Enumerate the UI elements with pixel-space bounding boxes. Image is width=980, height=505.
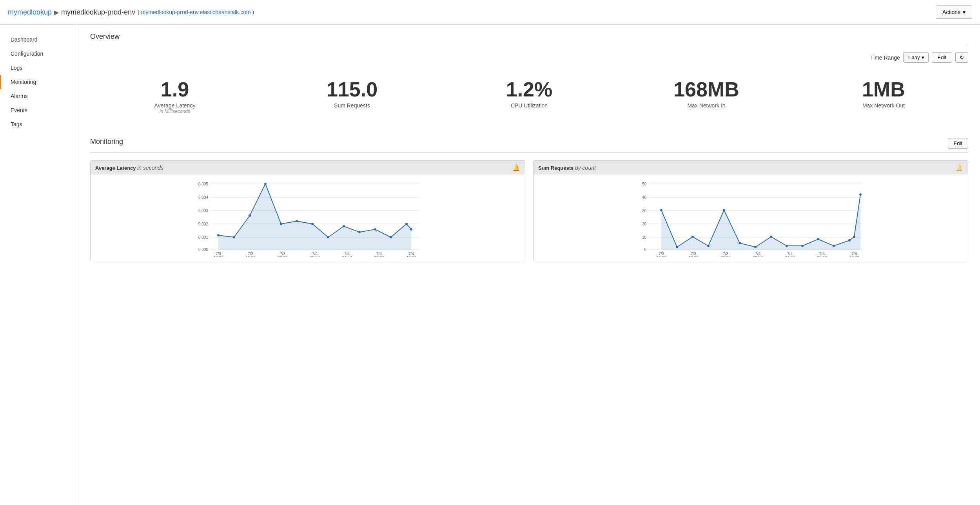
svg-text:10: 10 — [642, 235, 647, 240]
svg-text:16:07: 16:07 — [245, 256, 255, 257]
svg-point-34 — [311, 223, 314, 225]
svg-text:12:07: 12:07 — [406, 256, 416, 257]
breadcrumb-env-name: mymedlookup-prod-env — [61, 8, 135, 16]
stat-avg-latency: 1.9 Average Latency in Milliseconds — [90, 78, 260, 114]
svg-point-33 — [296, 220, 298, 222]
svg-point-72 — [691, 236, 694, 238]
sidebar-item-configuration[interactable]: Configuration — [0, 47, 78, 61]
svg-point-83 — [853, 236, 855, 238]
chart-avg-latency: Average Latency in seconds 🔔 0.005 0.004… — [90, 160, 525, 261]
actions-chevron-icon: ▾ — [963, 9, 965, 15]
svg-point-39 — [390, 236, 392, 238]
svg-point-36 — [343, 225, 345, 227]
svg-text:20:07: 20:07 — [278, 256, 287, 257]
svg-text:08:07: 08:07 — [374, 256, 384, 257]
svg-text:0.000: 0.000 — [198, 247, 208, 252]
time-range-select[interactable]: 1 day ▾ — [903, 52, 929, 63]
sidebar-item-dashboard[interactable]: Dashboard — [0, 33, 78, 47]
actions-button[interactable]: Actions ▾ — [936, 5, 972, 19]
chart-avg-latency-header: Average Latency in seconds 🔔 — [91, 161, 525, 174]
svg-point-84 — [859, 193, 862, 196]
svg-point-41 — [410, 228, 412, 231]
svg-point-79 — [801, 245, 804, 247]
stat-cpu-label: CPU Utilization — [445, 102, 614, 109]
chart-sum-requests-body: 50 40 30 20 10 0 — [534, 174, 968, 261]
overview-refresh-button[interactable]: ↻ — [955, 52, 968, 63]
header: mymedlookup ▶ mymedlookup-prod-env ( mym… — [0, 0, 980, 25]
svg-text:0.004: 0.004 — [198, 195, 208, 200]
svg-marker-27 — [218, 184, 411, 250]
svg-marker-69 — [661, 194, 860, 250]
svg-point-30 — [249, 214, 251, 217]
stat-network-in-label: Max Network In — [622, 102, 791, 109]
chart-sum-requests: Sum Requests by count 🔔 50 40 30 20 10 0 — [533, 160, 968, 261]
svg-text:0.002: 0.002 — [198, 222, 208, 226]
breadcrumb-env-url[interactable]: mymedlookup-prod-env.elasticbeanstalk.co… — [141, 9, 251, 15]
chart-sum-requests-svg: 50 40 30 20 10 0 — [537, 178, 964, 257]
svg-text:0: 0 — [644, 247, 646, 252]
svg-point-77 — [770, 236, 772, 238]
svg-point-73 — [707, 245, 710, 247]
monitoring-section: Monitoring Edit Average Latency in secon… — [90, 138, 968, 261]
stat-avg-latency-value: 1.9 — [90, 78, 260, 101]
bell-icon-outline[interactable]: 🔔 — [955, 164, 963, 171]
svg-text:30: 30 — [642, 209, 647, 213]
sidebar-item-logs[interactable]: Logs — [0, 61, 78, 75]
time-range-bar: Time Range 1 day ▾ Edit ↻ — [90, 52, 968, 63]
main-layout: Dashboard Configuration Logs Monitoring … — [0, 25, 980, 505]
svg-text:0.001: 0.001 — [198, 235, 208, 240]
svg-text:12:07: 12:07 — [849, 256, 859, 257]
sidebar-item-events[interactable]: Events — [0, 103, 78, 117]
svg-point-29 — [233, 236, 235, 238]
stat-avg-latency-sublabel: in Milliseconds — [90, 109, 260, 114]
svg-point-75 — [739, 242, 741, 244]
svg-point-80 — [817, 238, 819, 240]
overview-edit-button[interactable]: Edit — [932, 52, 952, 63]
time-range-value: 1 day — [907, 54, 920, 60]
chart-avg-latency-title: Average Latency in seconds — [95, 165, 163, 171]
svg-text:12:07: 12:07 — [213, 256, 223, 257]
stat-sum-requests: 115.0 Sum Requests — [267, 78, 437, 114]
breadcrumb: mymedlookup ▶ mymedlookup-prod-env ( mym… — [8, 8, 254, 16]
svg-point-40 — [405, 223, 408, 225]
sidebar-item-tags[interactable]: Tags — [0, 117, 78, 131]
charts-row: Average Latency in seconds 🔔 0.005 0.004… — [90, 160, 968, 261]
chart-avg-latency-svg: 0.005 0.004 0.003 0.002 0.001 0.000 — [94, 178, 521, 257]
svg-point-38 — [374, 228, 376, 231]
chart-sum-requests-title: Sum Requests by count — [538, 165, 596, 171]
stats-row: 1.9 Average Latency in Milliseconds 115.… — [90, 71, 968, 122]
svg-point-76 — [754, 246, 757, 248]
svg-text:04:07: 04:07 — [342, 256, 352, 257]
svg-point-82 — [848, 239, 851, 242]
overview-title: Overview — [90, 33, 968, 41]
breadcrumb-url-wrap: ( mymedlookup-prod-env.elasticbeanstalk.… — [138, 9, 254, 15]
breadcrumb-arrow: ▶ — [54, 9, 59, 16]
stat-network-in: 168MB Max Network In — [622, 78, 791, 114]
svg-text:0.005: 0.005 — [198, 182, 208, 186]
stat-network-out-label: Max Network Out — [799, 102, 968, 109]
monitoring-header: Monitoring Edit — [90, 138, 968, 149]
sidebar-item-alarms[interactable]: Alarms — [0, 89, 78, 103]
time-range-chevron: ▾ — [922, 54, 924, 60]
svg-rect-68 — [649, 182, 862, 251]
svg-point-37 — [358, 231, 361, 233]
bell-icon-filled[interactable]: 🔔 — [512, 164, 520, 171]
stat-cpu-value: 1.2% — [445, 78, 614, 101]
svg-text:04:07: 04:07 — [785, 256, 795, 257]
svg-text:16:07: 16:07 — [688, 256, 698, 257]
time-range-label: Time Range — [870, 54, 900, 61]
actions-label: Actions — [942, 9, 960, 15]
main-content: Overview Time Range 1 day ▾ Edit ↻ 1.9 A… — [78, 25, 980, 505]
svg-text:12:07: 12:07 — [656, 256, 666, 257]
svg-text:50: 50 — [642, 182, 647, 186]
sidebar: Dashboard Configuration Logs Monitoring … — [0, 25, 78, 505]
breadcrumb-app-link[interactable]: mymedlookup — [8, 8, 52, 16]
svg-text:20: 20 — [642, 222, 647, 226]
stat-avg-latency-label: Average Latency — [90, 102, 260, 109]
svg-text:20:07: 20:07 — [720, 256, 730, 257]
sidebar-item-monitoring[interactable]: Monitoring — [0, 75, 78, 89]
monitoring-edit-button[interactable]: Edit — [948, 138, 968, 149]
svg-point-28 — [217, 234, 220, 236]
stat-network-out-value: 1MB — [799, 78, 968, 101]
monitoring-divider — [90, 152, 968, 153]
